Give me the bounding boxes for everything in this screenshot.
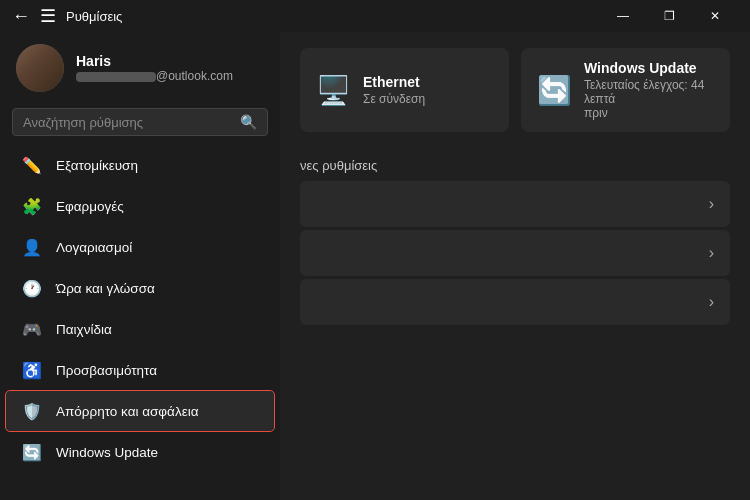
sidebar-item-label-apps: Εφαρμογές bbox=[56, 199, 124, 214]
windows-update-card[interactable]: 🔄 Windows Update Τελευταίος έλεγχος: 44 … bbox=[521, 48, 730, 132]
minimize-button[interactable]: — bbox=[600, 0, 646, 32]
ethernet-card[interactable]: 🖥️ Ethernet Σε σύνδεση bbox=[300, 48, 509, 132]
nav-list: ✏️Εξατομίκευση🧩Εφαρμογές👤Λογαριασμοί🕐Ώρα… bbox=[0, 144, 280, 473]
section-header: νες ρυθμίσεις bbox=[300, 148, 730, 181]
personalization-icon: ✏️ bbox=[22, 155, 42, 175]
content-body: νες ρυθμίσεις › › › bbox=[280, 148, 750, 500]
windows-update-icon: 🔄 bbox=[22, 442, 42, 462]
apps-icon: 🧩 bbox=[22, 196, 42, 216]
content-area: 🖥️ Ethernet Σε σύνδεση 🔄 Windows Update … bbox=[280, 32, 750, 500]
setting-item-1[interactable]: › bbox=[300, 181, 730, 227]
sidebar-item-windows-update[interactable]: 🔄Windows Update bbox=[6, 432, 274, 472]
profile-email: @outlook.com bbox=[76, 69, 233, 83]
chevron-icon-2: › bbox=[709, 244, 714, 262]
chevron-icon-3: › bbox=[709, 293, 714, 311]
sidebar-item-label-accounts: Λογαριασμοί bbox=[56, 240, 132, 255]
ethernet-status: Σε σύνδεση bbox=[363, 92, 425, 106]
ethernet-icon: 🖥️ bbox=[316, 74, 351, 107]
setting-item-2[interactable]: › bbox=[300, 230, 730, 276]
main-layout: Haris @outlook.com 🔍 ✏️Εξατομίκευση🧩Εφαρ… bbox=[0, 32, 750, 500]
sidebar-item-accounts[interactable]: 👤Λογαριασμοί bbox=[6, 227, 274, 267]
windows-update-status: Τελευταίος έλεγχος: 44 λεπτάπριν bbox=[584, 78, 714, 120]
sidebar-item-label-windows-update: Windows Update bbox=[56, 445, 158, 460]
sidebar-item-accessibility[interactable]: ♿Προσβασιμότητα bbox=[6, 350, 274, 390]
profile-name: Haris bbox=[76, 53, 233, 69]
sidebar: Haris @outlook.com 🔍 ✏️Εξατομίκευση🧩Εφαρ… bbox=[0, 32, 280, 500]
avatar-image bbox=[16, 44, 64, 92]
sidebar-item-label-privacy-security: Απόρρητο και ασφάλεια bbox=[56, 404, 199, 419]
close-button[interactable]: ✕ bbox=[692, 0, 738, 32]
email-blur bbox=[76, 72, 156, 82]
time-language-icon: 🕐 bbox=[22, 278, 42, 298]
hamburger-button[interactable]: ☰ bbox=[40, 5, 56, 27]
sidebar-item-apps[interactable]: 🧩Εφαρμογές bbox=[6, 186, 274, 226]
chevron-icon-1: › bbox=[709, 195, 714, 213]
sidebar-item-label-accessibility: Προσβασιμότητα bbox=[56, 363, 157, 378]
windows-update-icon: 🔄 bbox=[537, 74, 572, 107]
sidebar-item-label-personalization: Εξατομίκευση bbox=[56, 158, 138, 173]
accounts-icon: 👤 bbox=[22, 237, 42, 257]
privacy-security-icon: 🛡️ bbox=[22, 401, 42, 421]
gaming-icon: 🎮 bbox=[22, 319, 42, 339]
search-input[interactable] bbox=[23, 115, 232, 130]
back-button[interactable]: ← bbox=[12, 6, 30, 27]
sidebar-item-gaming[interactable]: 🎮Παιχνίδια bbox=[6, 309, 274, 349]
accessibility-icon: ♿ bbox=[22, 360, 42, 380]
sidebar-item-privacy-security[interactable]: 🛡️Απόρρητο και ασφάλεια bbox=[6, 391, 274, 431]
avatar bbox=[16, 44, 64, 92]
ethernet-title: Ethernet bbox=[363, 74, 425, 90]
status-cards: 🖥️ Ethernet Σε σύνδεση 🔄 Windows Update … bbox=[280, 32, 750, 148]
sidebar-item-personalization[interactable]: ✏️Εξατομίκευση bbox=[6, 145, 274, 185]
app-title: Ρυθμίσεις bbox=[66, 9, 122, 24]
sidebar-item-label-time-language: Ώρα και γλώσσα bbox=[56, 281, 155, 296]
search-box: 🔍 bbox=[12, 108, 268, 136]
windows-update-title: Windows Update bbox=[584, 60, 714, 76]
search-icon: 🔍 bbox=[240, 114, 257, 130]
profile-section[interactable]: Haris @outlook.com bbox=[0, 32, 280, 104]
profile-info: Haris @outlook.com bbox=[76, 53, 233, 83]
sidebar-item-time-language[interactable]: 🕐Ώρα και γλώσσα bbox=[6, 268, 274, 308]
search-container: 🔍 bbox=[0, 104, 280, 144]
sidebar-item-label-gaming: Παιχνίδια bbox=[56, 322, 112, 337]
titlebar: ← ☰ Ρυθμίσεις — ❐ ✕ bbox=[0, 0, 750, 32]
window-controls: — ❐ ✕ bbox=[600, 0, 738, 32]
setting-item-3[interactable]: › bbox=[300, 279, 730, 325]
maximize-button[interactable]: ❐ bbox=[646, 0, 692, 32]
